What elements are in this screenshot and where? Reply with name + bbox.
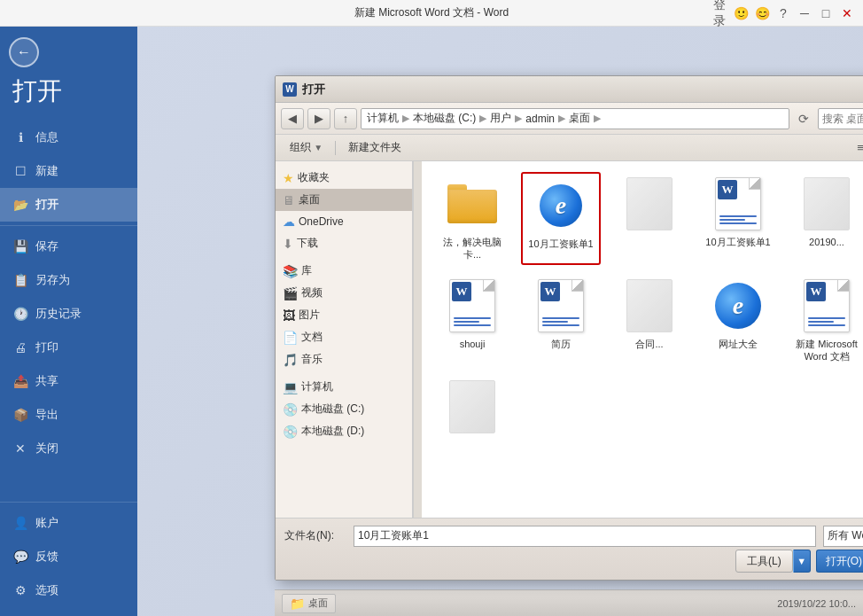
sidebar-item-info[interactable]: ℹ 信息 [0,121,137,154]
documents-item[interactable]: 📄 文档 [276,326,412,348]
local-d-item[interactable]: 💿 本地磁盘 (D:) [276,420,412,442]
videos-item[interactable]: 🎬 视频 [276,282,412,304]
export-icon: 📦 [12,408,28,422]
sidebar-item-account[interactable]: 👤 账户 [0,506,137,540]
list-item[interactable]: 10月工资账单1 [521,172,601,265]
minimize-btn[interactable]: ─ [796,4,813,22]
forward-nav-btn[interactable]: ▶ [307,108,330,129]
sidebar-item-share[interactable]: 📤 共享 [0,364,137,398]
sidebar-item-label: 打印 [35,339,58,355]
pictures-item[interactable]: 🖼 图片 [276,304,412,326]
emoji2-btn[interactable]: 😊 [753,4,771,22]
desktop-label: 桌面 [299,192,320,207]
sidebar-page-title: 打开 [12,74,125,108]
back-button[interactable]: ← [9,37,39,67]
search-box[interactable]: 🔍 [818,108,863,129]
list-item[interactable]: 合同... [610,274,689,367]
taskbar-folder-icon: 📁 [290,597,305,611]
filename-input[interactable] [354,526,816,547]
list-item[interactable]: W 简历 [521,274,601,367]
sidebar-item-label: 保存 [35,238,58,254]
ie-icon-inner [533,177,589,234]
left-scrollbar[interactable] [413,161,422,518]
view-list-btn[interactable]: ≡ [850,138,863,158]
account-icon: 👤 [12,516,28,530]
taskbar-folder-item[interactable]: 📁 桌面 [282,594,336,613]
sidebar-item-new[interactable]: ☐ 新建 [0,154,137,188]
sidebar-item-feedback[interactable]: 💬 反馈 [0,540,137,573]
window-title: 新建 Microsoft Word 文档 - Word [354,5,509,20]
music-item[interactable]: 🎵 音乐 [276,348,412,370]
word-line [719,222,757,224]
sidebar-item-print[interactable]: 🖨 打印 [0,331,137,364]
emoji-btn[interactable]: 🙂 [732,4,750,22]
refresh-btn[interactable]: ⟳ [793,108,814,129]
desktop-item[interactable]: 🖥 桌面 [276,189,412,211]
list-item[interactable]: W 10月工资账单1 [698,172,778,265]
list-item[interactable]: 网址大全 [698,274,778,367]
sidebar-item-open[interactable]: 📂 打开 [0,188,137,222]
up-nav-btn[interactable]: ↑ [334,108,357,129]
local-c-item[interactable]: 💿 本地磁盘 (C:) [276,398,412,420]
word-line [542,324,579,326]
close-window-btn[interactable]: ✕ [838,4,856,22]
sidebar-item-history[interactable]: 🕐 历史记录 [0,297,137,331]
breadcrumb-item: 本地磁盘 (C:) [413,111,476,126]
list-item[interactable] [432,375,512,442]
list-item[interactable]: W 新建 Microsoft Word 文档 [787,274,863,367]
favorites-label: 收藏夹 [298,170,330,185]
open-btn[interactable]: 打开(O) [816,550,863,573]
sidebar-item-saveas[interactable]: 📋 另存为 [0,263,137,297]
sidebar-item-label: 另存为 [35,272,70,288]
restore-btn[interactable]: □ [817,4,835,22]
breadcrumb-item: 用户 [490,111,511,126]
file-label: 网址大全 [719,338,758,350]
documents-label: 文档 [301,330,323,345]
sidebar-item-options[interactable]: ⚙ 选项 [0,573,137,607]
blurred-visual [804,177,850,230]
list-item[interactable]: W shouji [432,274,512,367]
list-item[interactable] [610,172,689,265]
tools-dropdown-arrow[interactable]: ▼ [793,550,811,573]
word-line [808,317,845,319]
ie-icon-wrapper [533,177,589,234]
filename-row: 文件名(N): 所有 Word 文档 ▼ [284,526,863,547]
word-badge: W [806,282,826,301]
search-input[interactable] [822,113,863,125]
sidebar-title-area: 打开 [0,74,137,121]
videos-icon: 🎬 [283,286,298,300]
sidebar-item-export[interactable]: 📦 导出 [0,398,137,432]
blurred-file-icon [798,175,855,232]
filetype-dropdown[interactable]: 所有 Word 文档 ▼ [823,526,863,547]
sidebar-item-label: 共享 [35,373,58,389]
library-section: 📚 库 [276,260,412,282]
downloads-label: 下载 [297,236,318,251]
sidebar-item-label: 打开 [35,197,58,213]
word-line [454,317,491,319]
list-item[interactable]: 20190... [787,172,863,265]
word-file-icon: W [710,175,766,232]
signin-btn[interactable]: 登录 [711,4,728,22]
sidebar-item-save[interactable]: 💾 保存 [0,230,137,263]
onedrive-label: OneDrive [299,215,344,228]
title-bar: 新建 Microsoft Word 文档 - Word 登录 🙂 😊 ? ─ □… [0,0,863,27]
file-label: 10月工资账单1 [705,236,770,248]
open-dialog-overlay: W 打开 ✕ ◀ ▶ ↑ 计算机 ▶ 本地磁盘 (C:) ▶ 用户 ▶ [275,75,863,581]
blurred-file-icon [621,277,678,334]
organize-btn[interactable]: 组织 ▼ [283,138,330,157]
sidebar-bottom: 👤 账户 💬 反馈 ⚙ 选项 [0,498,137,616]
sidebar-item-close[interactable]: ✕ 关闭 [0,432,137,465]
downloads-item[interactable]: ⬇ 下载 [276,232,412,254]
word-badge: W [540,282,560,301]
list-item[interactable]: 法，解决电脑卡... [432,172,512,265]
new-folder-btn[interactable]: 新建文件夹 [341,138,408,157]
onedrive-item[interactable]: ☁ OneDrive [276,211,412,232]
local-c-label: 本地磁盘 (C:) [301,402,364,417]
sidebar-item-label: 关闭 [35,441,58,456]
sidebar-item-label: 历史记录 [35,306,82,322]
back-nav-btn[interactable]: ◀ [281,108,304,129]
tools-btn[interactable]: 工具(L) [735,550,793,573]
help-btn[interactable]: ? [774,4,792,22]
ie-globe-icon [540,184,582,227]
word-line [454,324,491,326]
